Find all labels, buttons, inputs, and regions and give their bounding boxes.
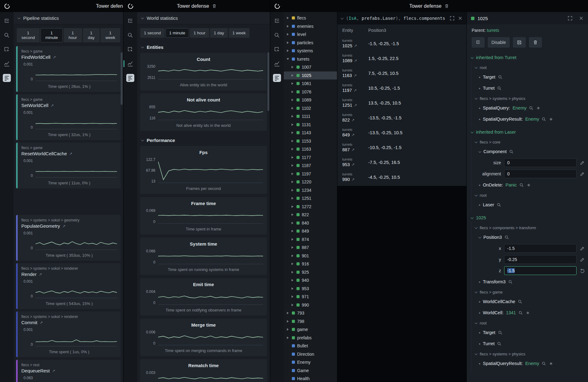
trash-icon[interactable] xyxy=(444,4,449,8)
expand-arrow-icon[interactable] xyxy=(292,156,294,159)
section-header[interactable]: inherited from Turret xyxy=(467,52,588,62)
query-row[interactable]: turrets887↗-10.5, -0.25, -1.5 xyxy=(337,140,466,155)
query-row[interactable]: turrets822↗-13.5, -0.25, -1.5 xyxy=(337,110,466,125)
component-row[interactable]: •Turret xyxy=(471,338,588,349)
expand-arrow-icon[interactable] xyxy=(292,295,294,298)
entity-id[interactable]: 1251↗ xyxy=(342,102,368,108)
tree-item[interactable]: 840 xyxy=(284,219,337,227)
chevron-down-icon[interactable] xyxy=(471,217,473,219)
magnifier-icon[interactable] xyxy=(519,183,524,187)
pencil-icon[interactable] xyxy=(580,171,585,177)
external-link-icon[interactable]: ↗ xyxy=(351,162,354,167)
component-value[interactable]: Enemy xyxy=(525,117,539,122)
time-range-button[interactable]: 1 minute xyxy=(166,28,189,38)
magnifier-icon[interactable] xyxy=(497,203,501,207)
query-row[interactable]: turrets1197↗10.5, -0.25, -1.5 xyxy=(337,81,466,96)
entity-id[interactable]: 990↗ xyxy=(342,177,368,182)
expand-arrow-icon[interactable] xyxy=(292,238,294,241)
expand-arrow-icon[interactable] xyxy=(292,222,294,224)
time-range-button[interactable]: 1 week xyxy=(101,28,120,42)
sidebar-inspect-icon[interactable] xyxy=(126,45,134,54)
sidebar-inspect-icon[interactable] xyxy=(273,45,281,54)
external-link-icon[interactable]: ↗ xyxy=(354,43,357,48)
tree-item[interactable]: 1102 xyxy=(284,104,337,113)
entity-id[interactable]: 887↗ xyxy=(342,147,368,153)
tree-item[interactable]: Health xyxy=(284,375,337,382)
expand-arrow-icon[interactable] xyxy=(292,164,294,167)
chevron-down-icon[interactable] xyxy=(471,57,473,59)
expand-arrow-icon[interactable] xyxy=(292,140,294,142)
close-icon[interactable] xyxy=(458,16,463,21)
time-range-button[interactable]: 1 hour xyxy=(64,28,82,42)
tree-item[interactable]: prefabs xyxy=(284,334,337,342)
magnifier-icon[interactable] xyxy=(497,86,502,91)
scrollbar-thumb[interactable] xyxy=(267,52,269,111)
scrollbar-thumb[interactable] xyxy=(121,52,123,105)
chevron-down-icon[interactable] xyxy=(141,17,144,19)
component-row[interactable]: •SpatialQueryResult:Enemy xyxy=(471,114,588,125)
external-link-icon[interactable]: ↗ xyxy=(351,147,354,152)
tree-item[interactable]: 1007 xyxy=(284,63,337,71)
fullscreen-icon[interactable] xyxy=(568,16,573,21)
query-row[interactable]: turrets1251↗13.5, -0.25, 10.5 xyxy=(337,96,466,110)
chevron-down-icon[interactable] xyxy=(141,46,144,48)
external-link-icon[interactable]: ↗ xyxy=(50,103,54,108)
field-input[interactable]: -1.5 xyxy=(504,266,577,275)
magnifier-icon[interactable] xyxy=(504,235,509,240)
group-header[interactable]: root xyxy=(471,191,588,199)
magnifier-icon[interactable] xyxy=(518,311,523,315)
expand-arrow-icon[interactable] xyxy=(292,205,294,208)
group-header[interactable]: root xyxy=(471,318,588,327)
field-input[interactable]: -0.25 xyxy=(504,255,577,264)
component-row[interactable]: •Turret xyxy=(471,83,588,94)
field-input[interactable]: 0 xyxy=(504,158,577,167)
external-link-icon[interactable]: ↗ xyxy=(39,272,42,277)
tree-item[interactable]: Enemy xyxy=(284,358,337,367)
sidebar-chart-icon[interactable] xyxy=(3,60,11,68)
sidebar-chart-icon[interactable] xyxy=(273,60,281,68)
sidebar-stats-icon[interactable] xyxy=(126,74,134,82)
component-row[interactable]: •WorldCell:1341 xyxy=(471,307,588,318)
sidebar-hierarchy-icon[interactable] xyxy=(273,17,281,25)
expand-arrow-icon[interactable] xyxy=(287,41,290,44)
tree-item[interactable]: Bullet xyxy=(284,342,337,350)
tree-item[interactable]: systems xyxy=(284,47,337,55)
magnifier-icon[interactable] xyxy=(542,361,546,366)
expand-arrow-icon[interactable] xyxy=(292,197,294,200)
tree-item[interactable]: 1143 xyxy=(284,129,337,137)
sidebar-hierarchy-icon[interactable] xyxy=(3,17,11,25)
chevron-down-icon[interactable] xyxy=(471,131,473,133)
expand-arrow-icon[interactable] xyxy=(287,320,290,323)
tree-item[interactable]: 887 xyxy=(284,243,337,252)
component-row[interactable]: •WorldCellCache xyxy=(471,296,588,307)
tree-item[interactable]: 1251 xyxy=(284,194,337,203)
expand-arrow-icon[interactable] xyxy=(287,337,290,339)
time-range-button[interactable]: 1 minute xyxy=(41,28,63,42)
tree-item[interactable]: 1272 xyxy=(284,203,337,211)
chevron-down-icon[interactable] xyxy=(141,139,144,141)
sidebar-chart-icon[interactable] xyxy=(126,60,134,68)
chevron-down-icon[interactable] xyxy=(479,236,481,238)
expand-arrow-icon[interactable] xyxy=(292,181,294,183)
field-input[interactable]: -1.5 xyxy=(504,244,577,253)
expand-arrow-icon[interactable] xyxy=(292,82,294,85)
sidebar-inspect-icon[interactable] xyxy=(3,45,11,54)
tree-item[interactable]: 1061 xyxy=(284,79,337,88)
magnifier-icon[interactable] xyxy=(542,117,546,122)
query-row[interactable]: turrets953↗-7.5, -0.25, 16.5 xyxy=(337,155,466,170)
tree-item[interactable]: 1234 xyxy=(284,186,337,195)
external-link-icon[interactable]: ↗ xyxy=(69,151,72,156)
time-range-button[interactable]: 1 week xyxy=(229,28,249,38)
query-text[interactable]: (IsA, prefabs.Laser), flecs.components xyxy=(346,16,445,21)
expand-arrow-icon[interactable] xyxy=(287,328,290,331)
time-range-button[interactable]: 1 second xyxy=(140,28,165,38)
group-header[interactable]: flecs > core xyxy=(471,137,588,146)
tree-item[interactable]: Direction xyxy=(284,350,337,358)
save-button[interactable] xyxy=(513,37,526,48)
wildcard-icon[interactable] xyxy=(526,183,531,187)
expand-arrow-icon[interactable] xyxy=(292,107,294,109)
tree-item[interactable]: 793 xyxy=(284,309,337,317)
group-header[interactable]: flecs > systems > physics xyxy=(471,349,588,358)
time-range-button[interactable]: 1 second xyxy=(17,28,40,42)
magnifier-icon[interactable] xyxy=(508,280,513,284)
